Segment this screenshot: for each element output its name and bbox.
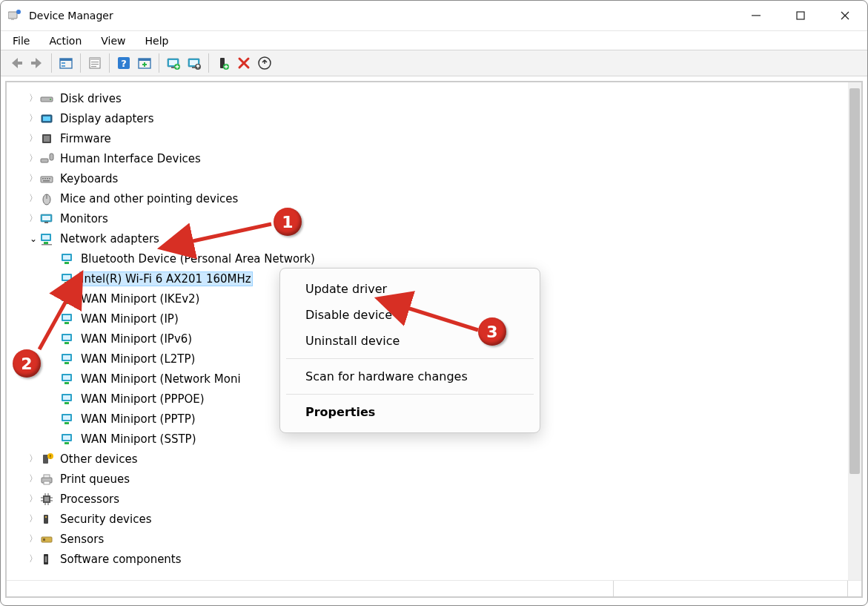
tree-item-keyboards[interactable]: 〉Keyboards	[10, 168, 858, 188]
security-icon	[39, 512, 54, 527]
properties-button[interactable]	[85, 53, 105, 73]
ctx-properties[interactable]: Properties	[280, 399, 540, 425]
keyboard-icon	[39, 171, 54, 186]
svg-rect-46	[42, 216, 50, 220]
svg-rect-34	[44, 136, 50, 142]
network-device-icon	[60, 392, 75, 406]
tree-item-mice[interactable]: 〉Mice and other pointing devices	[10, 188, 858, 208]
svg-rect-36	[50, 154, 53, 160]
tree-item-print-queues[interactable]: 〉Print queues	[10, 469, 858, 489]
ctx-separator	[286, 358, 534, 359]
window-controls	[734, 1, 867, 30]
svg-rect-7	[62, 62, 65, 64]
nav-forward-button[interactable]	[27, 53, 47, 73]
svg-rect-1	[11, 19, 14, 20]
legacy-add-button[interactable]	[255, 53, 274, 73]
svg-point-2	[16, 10, 21, 14]
help-button[interactable]: ?	[114, 53, 133, 73]
menu-help[interactable]: Help	[141, 33, 173, 48]
enable-device-button[interactable]	[213, 53, 233, 73]
svg-rect-35	[41, 159, 48, 162]
svg-rect-10	[90, 58, 100, 60]
svg-rect-13	[91, 66, 96, 67]
network-device-icon	[60, 251, 75, 266]
monitor-icon	[39, 211, 54, 226]
svg-point-99	[45, 516, 47, 518]
svg-rect-8	[62, 65, 65, 67]
tree-item-bt-pan[interactable]: Bluetooth Device (Personal Area Network)	[10, 248, 858, 269]
network-device-icon	[60, 271, 75, 286]
disable-button[interactable]	[185, 53, 204, 73]
svg-rect-89	[44, 497, 49, 501]
svg-rect-101	[43, 539, 45, 541]
tree-item-network-adapters[interactable]: ⌄Network adapters	[10, 228, 858, 248]
svg-rect-82	[43, 455, 48, 464]
annotation-badge-1: 1	[274, 208, 302, 236]
minimize-button[interactable]	[734, 1, 778, 30]
ctx-scan-hardware[interactable]: Scan for hardware changes	[280, 363, 540, 389]
toolbar-separator	[51, 53, 52, 73]
sensors-icon	[39, 532, 54, 547]
tree-item-software-components[interactable]: 〉Software components	[10, 549, 858, 569]
menu-action[interactable]: Action	[44, 33, 86, 48]
tree-item-other-devices[interactable]: 〉!Other devices	[10, 449, 858, 469]
show-hidden-button[interactable]	[56, 53, 76, 73]
svg-point-30	[50, 99, 51, 100]
tree-item-disk-drives[interactable]: 〉Disk drives	[10, 88, 858, 108]
toolbar-separator	[109, 53, 110, 73]
svg-rect-65	[63, 335, 70, 340]
svg-rect-81	[64, 442, 69, 444]
mouse-icon	[39, 191, 54, 206]
network-device-icon	[60, 312, 75, 326]
svg-text:!: !	[50, 454, 52, 460]
svg-rect-49	[42, 235, 50, 240]
svg-rect-60	[64, 302, 69, 304]
update-driver-button[interactable]	[164, 53, 183, 73]
scan-button[interactable]	[135, 53, 154, 73]
svg-rect-103	[45, 556, 47, 562]
tree-item-processors[interactable]: 〉Processors	[10, 489, 858, 509]
menu-file[interactable]: File	[8, 33, 34, 48]
ctx-update-driver[interactable]: Update driver	[280, 276, 540, 302]
svg-rect-68	[63, 355, 70, 360]
svg-rect-37	[41, 177, 53, 182]
toolbar-separator	[208, 53, 209, 73]
svg-rect-38	[42, 178, 44, 180]
hid-icon	[39, 151, 54, 166]
svg-rect-47	[44, 222, 48, 223]
svg-rect-86	[44, 475, 50, 478]
toolbar: ?	[1, 50, 867, 76]
display-adapter-icon	[39, 111, 54, 126]
annotation-badge-2: 2	[13, 349, 41, 378]
svg-rect-41	[49, 178, 50, 180]
disk-drive-icon	[39, 91, 54, 106]
maximize-button[interactable]	[778, 1, 823, 30]
window-title: Device Manager	[29, 10, 734, 22]
svg-text:?: ?	[121, 58, 127, 69]
vertical-scrollbar[interactable]	[848, 82, 861, 580]
tree-item-monitors[interactable]: 〉Monitors	[10, 208, 858, 228]
svg-rect-77	[63, 415, 70, 420]
svg-rect-72	[64, 382, 69, 384]
network-device-icon	[60, 332, 75, 346]
menu-view[interactable]: View	[96, 33, 130, 48]
uninstall-button[interactable]	[234, 53, 254, 73]
svg-rect-75	[64, 402, 69, 404]
network-device-icon	[60, 292, 75, 306]
network-device-icon	[60, 372, 75, 386]
tree-item-hid[interactable]: 〉Human Interface Devices	[10, 148, 858, 168]
tree-item-sensors[interactable]: 〉Sensors	[10, 529, 858, 549]
tree-item-display-adapters[interactable]: 〉Display adapters	[10, 108, 858, 128]
tree-item-security-devices[interactable]: 〉Security devices	[10, 509, 858, 529]
close-button[interactable]	[823, 1, 867, 30]
svg-rect-3	[752, 15, 761, 16]
processor-icon	[39, 492, 54, 507]
toolbar-separator	[80, 53, 81, 73]
nav-back-button[interactable]	[7, 53, 26, 73]
network-device-icon	[60, 352, 75, 366]
software-component-icon	[39, 552, 54, 567]
tree-item-firmware[interactable]: 〉Firmware	[10, 128, 858, 148]
printer-icon	[39, 472, 54, 487]
svg-rect-0	[8, 12, 17, 19]
context-menu: Update driver Disable device Uninstall d…	[279, 268, 540, 433]
